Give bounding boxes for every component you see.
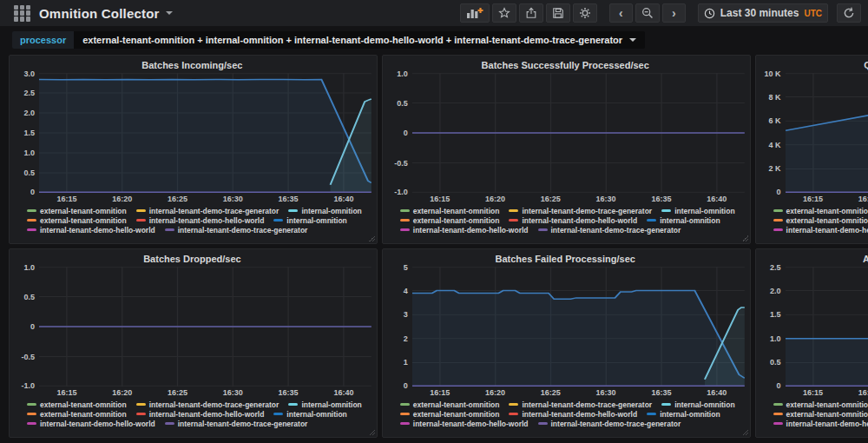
dashboard-grid: Batches Incoming/sec00.51.01.52.02.53.01… (0, 51, 868, 438)
legend-label: internal-omnition (660, 216, 720, 225)
legend-item[interactable]: internal-omnition (647, 216, 720, 225)
panel-resize-handle[interactable] (742, 235, 748, 241)
legend-item[interactable]: internal-tenant-demo-hello-world (27, 226, 155, 235)
legend-item[interactable]: internal-tenant-demo-trace-generator (509, 207, 652, 215)
legend-swatch-icon (509, 403, 518, 406)
legend-label: internal-tenant-demo-hello-world (522, 410, 637, 419)
legend-item[interactable]: external-tenant-omnition (773, 216, 868, 225)
legend-item[interactable]: internal-tenant-demo-trace-generator (136, 207, 279, 215)
legend-item[interactable]: internal-tenant-demo-trace-generator (538, 226, 681, 235)
add-panel-button[interactable] (460, 3, 490, 23)
share-button[interactable] (519, 3, 543, 23)
legend-item[interactable]: external-tenant-omnition (27, 400, 127, 409)
panel-title[interactable]: Batches Failed Processing/sec (386, 252, 745, 267)
panel: Queue Length (pending batches)02 K4 K6 K… (755, 55, 868, 244)
legend-item[interactable]: internal-tenant-demo-trace-generator (165, 226, 308, 235)
legend-item[interactable]: external-tenant-omnition (773, 207, 868, 215)
panel-title[interactable]: Batches Dropped/sec (13, 252, 372, 267)
legend-item[interactable]: external-tenant-omnition (400, 400, 500, 409)
legend-item[interactable]: internal-tenant-demo-trace-generator (165, 420, 308, 428)
x-axis: 16:1516:2016:2516:3016:3516:40 (39, 387, 372, 398)
panel-title[interactable]: Batches Successfully Processed/sec (386, 58, 745, 73)
chart-plot-area[interactable] (39, 73, 372, 193)
legend-item[interactable]: internal-tenant-demo-trace-generator (538, 420, 681, 428)
y-tick-label: -0.5 (394, 159, 408, 168)
legend-item[interactable]: external-tenant-omnition (400, 410, 500, 419)
panel-resize-handle[interactable] (369, 235, 375, 241)
legend-item[interactable]: external-tenant-omnition (400, 207, 500, 215)
time-range-picker[interactable]: Last 30 minutes UTC (698, 3, 828, 23)
legend-label: external-tenant-omnition (40, 400, 127, 409)
x-tick-label: 16:20 (858, 388, 868, 397)
chart-plot-area[interactable] (39, 267, 372, 387)
legend-item[interactable]: internal-omnition (661, 207, 734, 215)
panel: Batches Incoming/sec00.51.01.52.02.53.01… (9, 55, 378, 244)
series-fill (412, 291, 745, 387)
y-tick-label: 1.5 (770, 310, 781, 319)
legend-item[interactable]: internal-tenant-demo-hello-world (509, 216, 637, 225)
chart-plot-area[interactable] (412, 267, 745, 387)
legend-item[interactable]: external-tenant-omnition (27, 216, 127, 225)
grid-logo-icon[interactable] (14, 5, 30, 22)
legend-label: external-tenant-omnition (40, 410, 127, 419)
y-tick-label: 10 K (765, 69, 781, 78)
gear-icon (579, 7, 591, 19)
chevron-down-icon (629, 38, 636, 42)
y-tick-label: 0 (777, 381, 781, 390)
time-back-button[interactable]: ‹ (609, 3, 633, 23)
time-forward-button[interactable]: › (662, 3, 686, 23)
legend-item[interactable]: internal-tenant-demo-hello-world (400, 420, 529, 428)
x-axis: 16:1516:2016:2516:3016:3516:40 (412, 387, 745, 398)
legend-item[interactable]: external-tenant-omnition (400, 216, 500, 225)
legend-item[interactable]: internal-omnition (661, 400, 734, 409)
settings-button[interactable] (573, 3, 597, 23)
dashboard-title[interactable]: Omnition Collector (39, 6, 160, 21)
chart-plot-area[interactable] (412, 73, 745, 193)
y-tick-label: 0 (404, 129, 408, 137)
legend-item[interactable]: external-tenant-omnition (773, 410, 868, 419)
legend-swatch-icon (773, 403, 783, 406)
legend-item[interactable]: external-tenant-omnition (27, 410, 127, 419)
legend-item[interactable]: external-tenant-omnition (773, 400, 868, 409)
legend-label: internal-omnition (674, 400, 734, 409)
save-button[interactable] (546, 3, 570, 23)
legend-item[interactable]: internal-omnition (288, 207, 361, 215)
legend-item[interactable]: internal-omnition (273, 410, 346, 419)
legend-item[interactable]: internal-tenant-demo-hello-world (773, 420, 868, 428)
panel-resize-handle[interactable] (369, 429, 375, 435)
legend-item[interactable]: external-tenant-omnition (27, 207, 127, 215)
y-tick-label: 4 (404, 287, 408, 295)
legend-swatch-icon (136, 219, 146, 222)
panel-resize-handle[interactable] (742, 429, 748, 435)
x-axis: 16:1516:2016:2516:3016:3516:40 (39, 193, 372, 204)
legend-item[interactable]: internal-omnition (647, 410, 720, 419)
legend-item[interactable]: internal-tenant-demo-hello-world (136, 410, 265, 419)
legend-item[interactable]: internal-tenant-demo-hello-world (136, 216, 265, 225)
chart-plot-area[interactable] (786, 267, 868, 387)
refresh-button[interactable] (837, 3, 861, 23)
panel: Batches Dropped/sec-1.0-0.500.51.016:151… (9, 248, 378, 438)
legend-item[interactable]: internal-tenant-demo-trace-generator (509, 400, 652, 409)
legend-label: internal-omnition (286, 410, 346, 419)
legend-label: internal-tenant-demo-trace-generator (178, 226, 308, 235)
variable-value-dropdown[interactable]: external-tenant-omnition + internal-omni… (74, 31, 645, 49)
y-axis: -1.0-0.500.51.0 (386, 73, 412, 193)
legend-swatch-icon (773, 422, 783, 425)
star-button[interactable] (492, 3, 516, 23)
legend-item[interactable]: internal-tenant-demo-hello-world (400, 226, 529, 235)
legend-item[interactable]: internal-tenant-demo-hello-world (773, 226, 868, 235)
x-tick-label: 16:15 (56, 195, 76, 203)
zoom-out-button[interactable] (635, 3, 660, 23)
legend-item[interactable]: internal-tenant-demo-hello-world (27, 420, 155, 428)
legend-label: external-tenant-omnition (786, 410, 868, 419)
legend-item[interactable]: internal-omnition (288, 400, 361, 409)
legend-item[interactable]: internal-tenant-demo-hello-world (509, 410, 637, 419)
legend-item[interactable]: internal-tenant-demo-trace-generator (136, 400, 279, 409)
chart-plot-area[interactable] (786, 73, 868, 193)
y-axis: 00.51.01.52.02.5 (760, 267, 786, 387)
panel-title[interactable]: Batches Incoming/sec (13, 58, 372, 73)
x-tick-label: 16:20 (112, 195, 132, 203)
x-tick-label: 16:20 (485, 195, 505, 203)
legend-item[interactable]: internal-omnition (273, 216, 346, 225)
panel: Batches Successfully Processed/sec-1.0-0… (382, 55, 751, 244)
